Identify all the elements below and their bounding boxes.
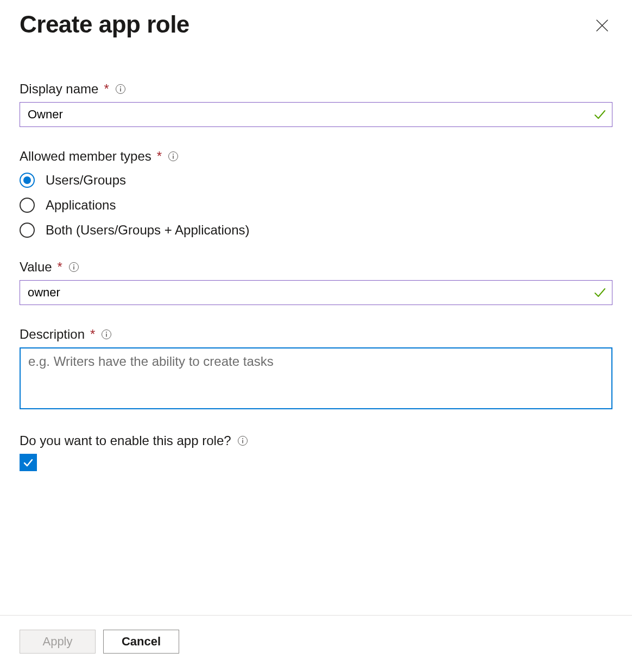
apply-button[interactable]: Apply: [20, 630, 96, 654]
close-button[interactable]: [592, 15, 612, 36]
required-indicator: *: [58, 261, 62, 274]
radio-applications[interactable]: Applications: [20, 198, 612, 213]
value-input-wrap: [20, 280, 612, 305]
svg-point-4: [173, 154, 174, 155]
value-label-row: Value *: [20, 259, 612, 275]
cancel-button[interactable]: Cancel: [103, 630, 179, 654]
checkmark-icon: [593, 107, 607, 122]
allowed-member-types-label-row: Allowed member types *: [20, 149, 612, 164]
display-name-label: Display name: [20, 81, 98, 97]
allowed-member-types-label: Allowed member types: [20, 149, 151, 164]
display-name-input-wrap: [20, 102, 612, 127]
radio-label: Applications: [46, 198, 116, 213]
required-indicator: *: [90, 328, 95, 341]
svg-point-7: [73, 264, 74, 265]
svg-rect-14: [242, 440, 243, 443]
enable-label: Do you want to enable this app role?: [20, 433, 231, 448]
member-types-radio-list: Users/Groups Applications Both (Users/Gr…: [20, 173, 612, 238]
panel-header: Create app role: [0, 0, 632, 38]
radio-users-groups[interactable]: Users/Groups: [20, 173, 612, 188]
svg-point-1: [120, 86, 121, 87]
checkmark-icon: [593, 286, 607, 300]
svg-rect-11: [106, 334, 108, 337]
description-label-row: Description *: [20, 327, 612, 342]
required-indicator: *: [104, 83, 109, 96]
page-title: Create app role: [20, 11, 189, 38]
svg-point-13: [242, 438, 243, 439]
panel-footer: Apply Cancel: [0, 615, 632, 672]
display-name-label-row: Display name *: [20, 81, 612, 97]
display-name-input[interactable]: [20, 102, 612, 127]
radio-label: Both (Users/Groups + Applications): [46, 223, 250, 238]
radio-both[interactable]: Both (Users/Groups + Applications): [20, 223, 612, 238]
radio-icon: [20, 223, 35, 238]
svg-rect-2: [120, 88, 121, 92]
create-app-role-panel: Create app role Display name *: [0, 0, 632, 672]
close-icon: [595, 18, 609, 33]
description-field: Description *: [20, 327, 612, 411]
value-field: Value *: [20, 259, 612, 305]
svg-rect-8: [73, 267, 74, 270]
value-label: Value: [20, 259, 52, 275]
panel-body: Display name * Allowed member types *: [0, 38, 632, 615]
radio-icon: [20, 198, 35, 213]
display-name-field: Display name *: [20, 81, 612, 127]
required-indicator: *: [157, 150, 162, 163]
value-input[interactable]: [20, 280, 612, 305]
svg-point-10: [106, 332, 107, 333]
info-icon[interactable]: [115, 83, 127, 95]
allowed-member-types-field: Allowed member types * Users/Groups Appl…: [20, 149, 612, 238]
enable-checkbox[interactable]: [20, 454, 37, 471]
info-icon[interactable]: [167, 150, 179, 162]
enable-field: Do you want to enable this app role?: [20, 433, 612, 471]
enable-label-row: Do you want to enable this app role?: [20, 433, 612, 448]
info-icon[interactable]: [237, 435, 249, 447]
svg-rect-5: [173, 156, 174, 159]
checkmark-icon: [22, 457, 34, 468]
info-icon[interactable]: [100, 328, 112, 340]
radio-label: Users/Groups: [46, 173, 126, 188]
radio-icon: [20, 173, 35, 188]
description-label: Description: [20, 327, 85, 342]
description-textarea[interactable]: [20, 347, 612, 409]
enable-checkbox-row: [20, 454, 612, 471]
info-icon[interactable]: [68, 261, 80, 273]
